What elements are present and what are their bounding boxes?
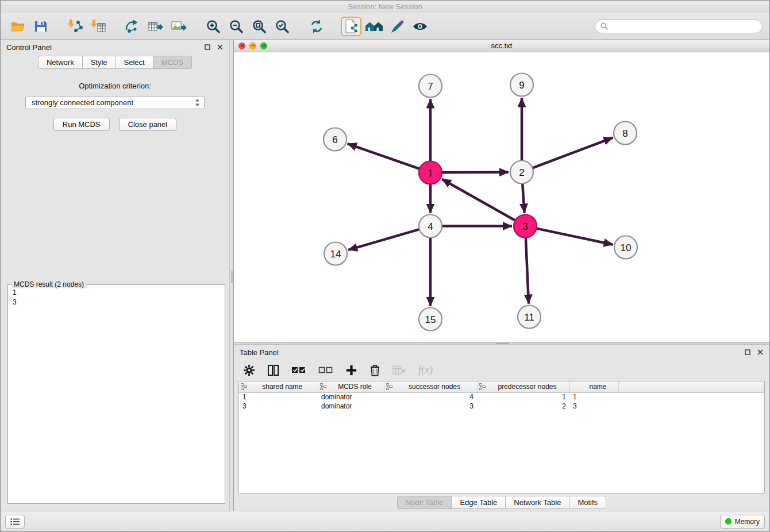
column-header-predecessor-nodes[interactable]: predecessor nodes xyxy=(477,381,569,392)
mcds-result-value: 3 xyxy=(13,298,220,307)
checked-boxes-icon xyxy=(291,364,306,376)
window-minimize-button[interactable] xyxy=(249,43,256,49)
zoom-selected-button[interactable] xyxy=(272,17,292,36)
column-type-icon xyxy=(241,383,247,390)
cell-shared-name[interactable]: 1 xyxy=(239,392,318,402)
table-panel-title: Table Panel xyxy=(240,348,279,357)
show-columns-button[interactable] xyxy=(267,364,279,376)
zoom-out-icon xyxy=(229,19,244,34)
memory-button[interactable]: Memory xyxy=(720,515,765,529)
cell-shared-name[interactable]: 3 xyxy=(239,402,318,411)
graph-edge-3-1[interactable] xyxy=(442,179,515,221)
column-type-icon xyxy=(386,383,392,390)
new-network-button[interactable] xyxy=(122,17,143,36)
tab-edge-table[interactable]: Edge Table xyxy=(452,496,506,509)
window-zoom-button[interactable] xyxy=(260,43,267,49)
cell-successor-nodes[interactable]: 4 xyxy=(384,392,477,402)
home-layout-button[interactable] xyxy=(364,17,384,36)
cell-name[interactable]: 1 xyxy=(569,392,618,402)
column-type-icon xyxy=(479,383,486,390)
table-row[interactable]: 1 dominator 4 1 1 xyxy=(239,392,764,402)
close-table-panel-button[interactable] xyxy=(757,349,764,356)
column-header-mcds-role[interactable]: MCDS role xyxy=(318,381,384,392)
graph-edge-2-8[interactable] xyxy=(533,138,613,168)
refresh-view-button[interactable] xyxy=(306,17,327,36)
tab-network-table[interactable]: Network Table xyxy=(506,496,569,509)
save-session-button[interactable] xyxy=(30,17,51,36)
open-file-button[interactable] xyxy=(7,17,28,36)
column-header-shared-name[interactable]: shared name xyxy=(239,381,318,392)
import-table-button[interactable] xyxy=(88,17,109,36)
float-table-panel-button[interactable] xyxy=(744,349,751,356)
mcds-result-title: MCDS result (2 nodes) xyxy=(11,280,86,288)
minimize-glyph-icon xyxy=(251,44,255,48)
graph-node-label-3: 3 xyxy=(522,221,528,232)
column-header-successor-nodes[interactable]: successor nodes xyxy=(384,381,477,392)
window-close-button[interactable] xyxy=(238,43,245,49)
mcds-result-box: MCDS result (2 nodes) 1 3 xyxy=(7,284,225,504)
table-settings-button[interactable] xyxy=(243,364,255,376)
zoom-out-button[interactable] xyxy=(226,17,247,36)
zoom-in-button[interactable] xyxy=(203,17,224,36)
apply-style-button[interactable] xyxy=(387,17,407,36)
tab-style[interactable]: Style xyxy=(83,56,116,69)
tab-motifs[interactable]: Motifs xyxy=(569,496,606,509)
tab-node-table[interactable]: Node Table xyxy=(397,496,452,509)
graph-node-label-9: 9 xyxy=(519,80,524,91)
show-network-file-button[interactable] xyxy=(341,17,361,36)
float-icon xyxy=(745,349,750,355)
import-network-button[interactable] xyxy=(65,17,86,36)
dropdown-arrows-icon xyxy=(195,98,200,107)
task-history-button[interactable] xyxy=(5,515,25,529)
cell-name[interactable]: 3 xyxy=(569,402,618,411)
control-panel: Control Panel Network Styl xyxy=(1,40,229,511)
delete-row-button[interactable] xyxy=(369,364,380,376)
window-titlebar: Session: New Session xyxy=(1,1,769,13)
table-row[interactable]: 3 dominator 3 2 3 xyxy=(239,402,764,411)
cell-predecessor-nodes[interactable]: 1 xyxy=(477,392,569,402)
column-header-name[interactable]: name xyxy=(569,381,618,392)
network-window-titlebar: scc.txt xyxy=(234,40,769,52)
cell-predecessor-nodes[interactable]: 2 xyxy=(477,402,569,411)
tab-network[interactable]: Network xyxy=(38,56,83,69)
export-image-button[interactable] xyxy=(168,17,189,36)
run-mcds-button[interactable]: Run MCDS xyxy=(53,118,110,131)
graph-edge-2-3[interactable] xyxy=(522,183,524,213)
tab-select[interactable]: Select xyxy=(116,56,153,69)
zoom-fit-button[interactable] xyxy=(249,17,270,36)
optimization-criterion-label: Optimization criterion: xyxy=(1,82,229,90)
export-table-button[interactable] xyxy=(145,17,166,36)
graph-edge-1-2[interactable] xyxy=(442,172,509,173)
close-panel-button-mcds[interactable]: Close panel xyxy=(119,118,177,131)
cell-successor-nodes[interactable]: 3 xyxy=(384,402,477,411)
graph-edge-3-10[interactable] xyxy=(537,229,613,245)
panel-splitter[interactable] xyxy=(229,40,234,511)
select-all-button[interactable] xyxy=(291,364,306,376)
tab-mcds[interactable]: MCDS xyxy=(153,56,192,69)
search-input[interactable] xyxy=(611,22,757,30)
add-row-button[interactable] xyxy=(345,364,357,376)
table-panel-tabs: Node Table Edge Table Network Table Moti… xyxy=(234,494,769,511)
graph-edge-1-6[interactable] xyxy=(348,144,419,169)
criterion-dropdown[interactable]: strongly connected component xyxy=(25,96,205,109)
network-canvas[interactable]: 1234678910111415 xyxy=(234,52,769,342)
main-toolbar xyxy=(1,13,769,40)
float-panel-button[interactable] xyxy=(204,44,211,51)
network-file-icon xyxy=(344,19,359,34)
criterion-value: strongly connected component xyxy=(32,98,133,107)
cell-mcds-role[interactable]: dominator xyxy=(318,402,384,411)
graph-edge-4-14[interactable] xyxy=(348,229,419,250)
unselect-all-button[interactable] xyxy=(318,364,333,376)
horizontal-splitter[interactable] xyxy=(234,342,769,345)
show-graphics-details-button[interactable] xyxy=(410,17,430,36)
delete-column-button[interactable] xyxy=(392,364,406,376)
graph-node-label-10: 10 xyxy=(621,242,632,253)
apply-function-button[interactable]: f(x) xyxy=(418,364,433,376)
graph-node-label-15: 15 xyxy=(425,314,436,325)
cell-mcds-role[interactable]: dominator xyxy=(318,392,384,402)
graph-node-label-7: 7 xyxy=(428,81,433,92)
close-panel-button[interactable] xyxy=(217,44,224,51)
export-table-icon xyxy=(148,19,164,34)
memory-label: Memory xyxy=(735,518,760,526)
graph-edge-3-11[interactable] xyxy=(526,237,529,303)
